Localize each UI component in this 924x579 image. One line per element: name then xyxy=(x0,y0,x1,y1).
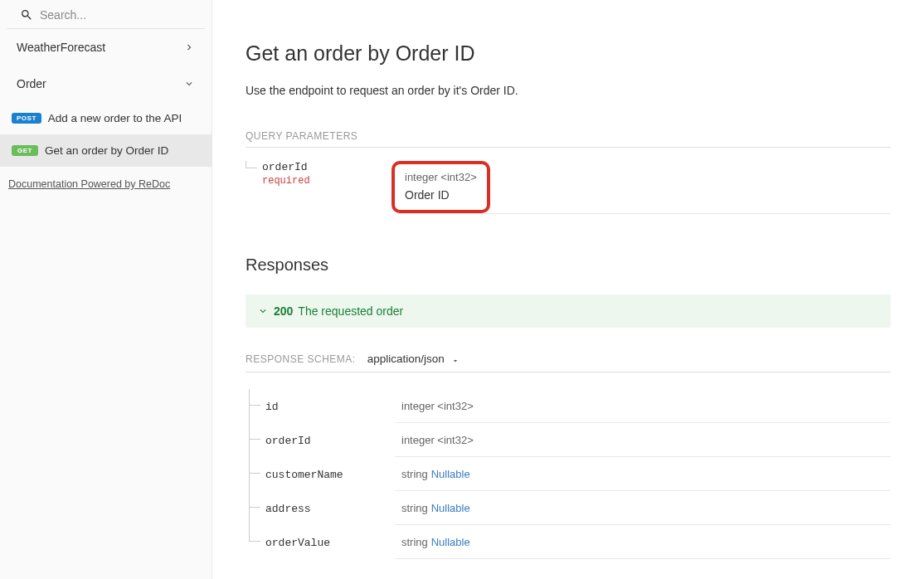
query-parameters-table: orderId required integer <int32> Order I… xyxy=(246,161,891,214)
sidebar: WeatherForecast Order POST Add a new ord… xyxy=(0,0,212,579)
search-box xyxy=(7,0,205,29)
search-icon xyxy=(20,8,33,22)
tree-line-icon xyxy=(249,525,250,542)
sidebar-item-get-order[interactable]: GET Get an order by Order ID xyxy=(0,134,212,167)
field-name: orderValue xyxy=(265,537,330,549)
schema-row-id[interactable]: id integer <int32> xyxy=(246,389,891,423)
field-type: integer <int32> xyxy=(401,400,474,412)
status-code: 200 xyxy=(274,304,293,318)
sidebar-item-label: Get an order by Order ID xyxy=(45,144,168,157)
response-schema-header: RESPONSE SCHEMA: application/json xyxy=(246,353,891,372)
tree-line-icon xyxy=(246,168,257,168)
field-name: customerName xyxy=(265,469,343,481)
nullable-label: Nullable xyxy=(431,536,470,548)
field-name: id xyxy=(265,401,279,413)
sidebar-section-order[interactable]: Order xyxy=(0,66,212,102)
query-parameters-label: QUERY PARAMETERS xyxy=(246,130,891,148)
section-label: Order xyxy=(17,77,46,90)
page-title: Get an order by Order ID xyxy=(246,41,891,66)
response-200-header[interactable]: 200 The requested order xyxy=(246,294,891,328)
tree-branch-icon xyxy=(249,507,260,508)
schema-row-orderid[interactable]: orderId integer <int32> xyxy=(246,423,891,457)
content-type-value: application/json xyxy=(367,353,445,365)
main-content: Get an order by Order ID Use the endpoin… xyxy=(212,0,924,579)
tree-branch-icon xyxy=(249,473,260,474)
nullable-label: Nullable xyxy=(431,502,470,514)
param-description: Order ID xyxy=(405,188,477,202)
responses-heading: Responses xyxy=(246,255,891,275)
method-badge-post: POST xyxy=(12,113,41,124)
search-input[interactable] xyxy=(40,8,192,22)
field-type: string xyxy=(401,468,428,480)
field-name: address xyxy=(265,503,311,515)
chevron-down-icon xyxy=(257,305,269,317)
required-label: required xyxy=(262,175,395,187)
tree-line-icon xyxy=(249,491,250,525)
nullable-label: Nullable xyxy=(431,468,470,480)
method-badge-get: GET xyxy=(12,145,38,156)
tree-line-icon xyxy=(249,389,250,423)
tree-branch-icon xyxy=(249,439,260,440)
response-schema-table: id integer <int32> orderId integer <int3… xyxy=(246,389,891,559)
response-summary: The requested order xyxy=(298,304,403,318)
sidebar-section-weatherforecast[interactable]: WeatherForecast xyxy=(0,29,212,66)
chevron-right-icon xyxy=(183,41,195,53)
field-name: orderId xyxy=(265,435,311,447)
content-type-dropdown[interactable]: application/json xyxy=(367,353,460,365)
param-row-orderid[interactable]: orderId required integer <int32> Order I… xyxy=(246,161,891,214)
sidebar-footer: Documentation Powered by ReDoc xyxy=(0,167,212,202)
field-type: string xyxy=(401,502,428,514)
schema-row-ordervalue[interactable]: orderValue string Nullable xyxy=(246,525,891,559)
section-label: WeatherForecast xyxy=(17,41,105,54)
field-type: string xyxy=(401,536,428,548)
tree-line-icon xyxy=(249,457,250,491)
chevron-down-icon xyxy=(183,78,195,90)
schema-row-customername[interactable]: customerName string Nullable xyxy=(246,457,891,491)
schema-row-address[interactable]: address string Nullable xyxy=(246,491,891,525)
sidebar-item-add-order[interactable]: POST Add a new order to the API xyxy=(0,102,212,134)
response-schema-label: RESPONSE SCHEMA: xyxy=(246,353,356,365)
page-description: Use the endpoint to request an order by … xyxy=(246,84,891,97)
highlight-box: integer <int32> Order ID xyxy=(391,161,490,213)
tree-branch-icon xyxy=(249,541,260,542)
sidebar-item-label: Add a new order to the API xyxy=(48,112,182,124)
param-type: integer <int32> xyxy=(405,171,477,183)
redoc-link[interactable]: Documentation Powered by ReDoc xyxy=(8,178,170,190)
tree-branch-icon xyxy=(249,405,260,406)
field-type: integer <int32> xyxy=(401,434,474,446)
tree-line-icon xyxy=(249,423,250,457)
param-name: orderId xyxy=(262,161,395,173)
caret-down-icon xyxy=(451,355,460,363)
